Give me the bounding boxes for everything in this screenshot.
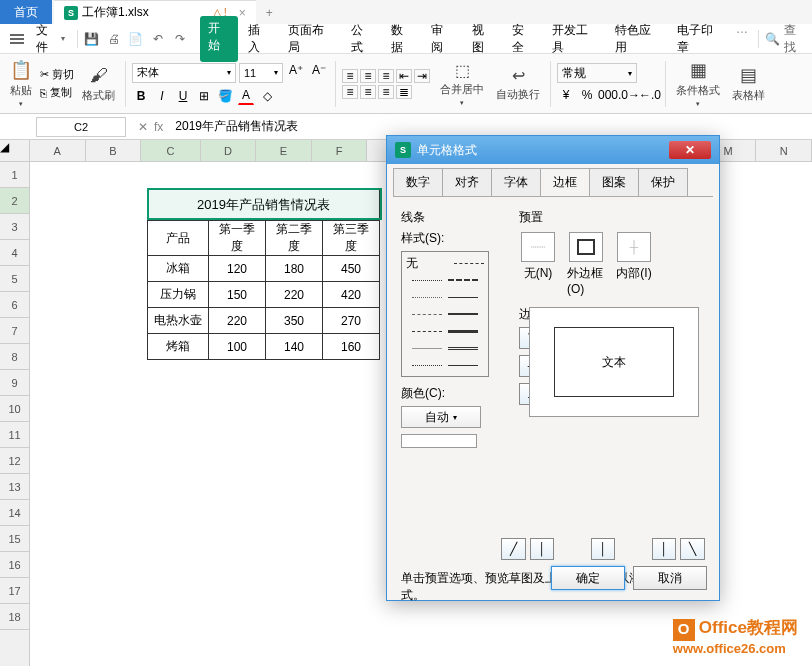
col-header[interactable]: B — [86, 140, 142, 161]
tab-start[interactable]: 开始 — [200, 16, 238, 62]
table-style-button[interactable]: ▤ 表格样 — [728, 62, 769, 105]
row-header[interactable]: 15 — [0, 526, 29, 552]
tab-special[interactable]: 特色应用 — [607, 16, 668, 62]
more-font-button[interactable]: ◇ — [258, 87, 276, 105]
cancel-formula-icon[interactable]: ✕ — [138, 120, 148, 134]
bold-button[interactable]: B — [132, 87, 150, 105]
tab-layout[interactable]: 页面布局 — [280, 16, 341, 62]
fill-color-button[interactable]: 🪣 — [216, 87, 234, 105]
row-header[interactable]: 6 — [0, 292, 29, 318]
number-format-select[interactable]: 常规▾ — [557, 63, 637, 83]
align-buttons[interactable]: ≡≡≡⇤⇥ ≡≡≡≣ — [342, 69, 430, 99]
decrease-font-icon[interactable]: A⁻ — [309, 63, 329, 83]
cut-button[interactable]: ✂剪切 — [40, 67, 74, 82]
font-family-select[interactable]: 宋体▾ — [132, 63, 236, 83]
wrap-icon: ↩ — [512, 66, 525, 85]
data-table: 2019年产品销售情况表 产品 第一季度 第二季度 第三季度 冰箱1201804… — [147, 188, 380, 360]
border-left-button[interactable]: │ — [530, 538, 555, 560]
row-header[interactable]: 13 — [0, 474, 29, 500]
print-icon[interactable]: 🖨 — [106, 31, 122, 47]
increase-decimal-button[interactable]: .0→ — [620, 86, 638, 104]
tab-protect[interactable]: 保护 — [638, 168, 688, 196]
wrap-text-button[interactable]: ↩ 自动换行 — [492, 64, 544, 104]
row-header[interactable]: 5 — [0, 266, 29, 292]
col-header[interactable]: D — [201, 140, 257, 161]
menu-icon[interactable] — [6, 30, 28, 48]
save-icon[interactable]: 💾 — [84, 31, 100, 47]
search-area[interactable]: 🔍 查找 — [765, 22, 806, 56]
row-header[interactable]: 1 — [0, 162, 29, 188]
row-header[interactable]: 7 — [0, 318, 29, 344]
tab-pattern[interactable]: 图案 — [589, 168, 639, 196]
workbook-name: 工作簿1.xlsx — [82, 4, 149, 21]
tab-number[interactable]: 数字 — [393, 168, 443, 196]
row-header[interactable]: 9 — [0, 370, 29, 396]
color-select[interactable]: 自动▾ — [401, 406, 481, 428]
tab-devtools[interactable]: 开发工具 — [544, 16, 605, 62]
row-header[interactable]: 8 — [0, 344, 29, 370]
font-size-select[interactable]: 11▾ — [239, 63, 283, 83]
underline-button[interactable]: U — [174, 87, 192, 105]
conditional-format-button[interactable]: ▦ 条件格式▾ — [672, 57, 724, 110]
row-header[interactable]: 11 — [0, 422, 29, 448]
percent-button[interactable]: % — [578, 86, 596, 104]
row-header[interactable]: 3 — [0, 214, 29, 240]
row-header[interactable]: 18 — [0, 604, 29, 630]
undo-icon[interactable]: ↶ — [150, 31, 166, 47]
row-header[interactable]: 4 — [0, 240, 29, 266]
tab-formula[interactable]: 公式 — [343, 16, 381, 62]
line-style-list[interactable]: 无 — [401, 251, 489, 377]
col-header[interactable]: A — [30, 140, 86, 161]
more-icon[interactable]: … — [732, 16, 752, 62]
tab-font[interactable]: 字体 — [491, 168, 541, 196]
tab-review[interactable]: 审阅 — [423, 16, 461, 62]
redo-icon[interactable]: ↷ — [172, 31, 188, 47]
copy-button[interactable]: ⎘复制 — [40, 85, 74, 100]
border-button[interactable]: ⊞ — [195, 87, 213, 105]
border-vmid-button[interactable]: │ — [591, 538, 616, 560]
row-header[interactable]: 10 — [0, 396, 29, 422]
preview-icon[interactable]: 📄 — [128, 31, 144, 47]
cancel-button[interactable]: 取消 — [633, 566, 707, 590]
font-color-button[interactable]: A — [237, 87, 255, 105]
fx-icon[interactable]: fx — [154, 120, 163, 134]
border-right-button[interactable]: │ — [652, 538, 677, 560]
dialog-titlebar[interactable]: S 单元格格式 ✕ — [387, 136, 719, 164]
border-diag1-button[interactable]: ╱ — [501, 538, 526, 560]
dialog-close-button[interactable]: ✕ — [669, 141, 711, 159]
row-header[interactable]: 12 — [0, 448, 29, 474]
preset-outer-button[interactable]: 外边框(O) — [567, 232, 605, 296]
tab-view[interactable]: 视图 — [464, 16, 502, 62]
preset-inner-button[interactable]: ┼ 内部(I) — [615, 232, 653, 296]
increase-font-icon[interactable]: A⁺ — [286, 63, 306, 83]
merge-center-button[interactable]: ⬚ 合并居中▾ — [436, 59, 488, 109]
comma-button[interactable]: 000 — [599, 86, 617, 104]
table-header: 第二季度 — [266, 221, 323, 256]
col-header[interactable]: E — [256, 140, 312, 161]
col-header[interactable]: F — [312, 140, 368, 161]
file-menu[interactable]: 文件▾ — [30, 18, 71, 60]
tab-insert[interactable]: 插入 — [240, 16, 278, 62]
row-header[interactable]: 14 — [0, 500, 29, 526]
currency-button[interactable]: ¥ — [557, 86, 575, 104]
tab-stamp[interactable]: 电子印章 — [669, 16, 730, 62]
select-all-corner[interactable]: ◢ — [0, 140, 29, 162]
tab-data[interactable]: 数据 — [383, 16, 421, 62]
tab-align[interactable]: 对齐 — [442, 168, 492, 196]
name-box[interactable]: C2 — [36, 117, 126, 137]
tab-security[interactable]: 安全 — [504, 16, 542, 62]
row-header[interactable]: 17 — [0, 578, 29, 604]
row-header[interactable]: 2 — [0, 188, 29, 214]
decrease-decimal-button[interactable]: ←.0 — [641, 86, 659, 104]
italic-button[interactable]: I — [153, 87, 171, 105]
preset-none-button[interactable]: ┈┈ 无(N) — [519, 232, 557, 296]
tab-border[interactable]: 边框 — [540, 168, 590, 196]
border-diag2-button[interactable]: ╲ — [680, 538, 705, 560]
col-header[interactable]: C — [141, 140, 200, 161]
paste-button[interactable]: 📋 粘贴▾ — [6, 57, 36, 110]
row-header[interactable]: 16 — [0, 552, 29, 578]
formula-input[interactable]: 2019年产品销售情况表 — [169, 118, 812, 135]
format-brush-button[interactable]: 🖌 格式刷 — [78, 63, 119, 105]
col-header[interactable]: N — [756, 140, 812, 161]
ok-button[interactable]: 确定 — [551, 566, 625, 590]
